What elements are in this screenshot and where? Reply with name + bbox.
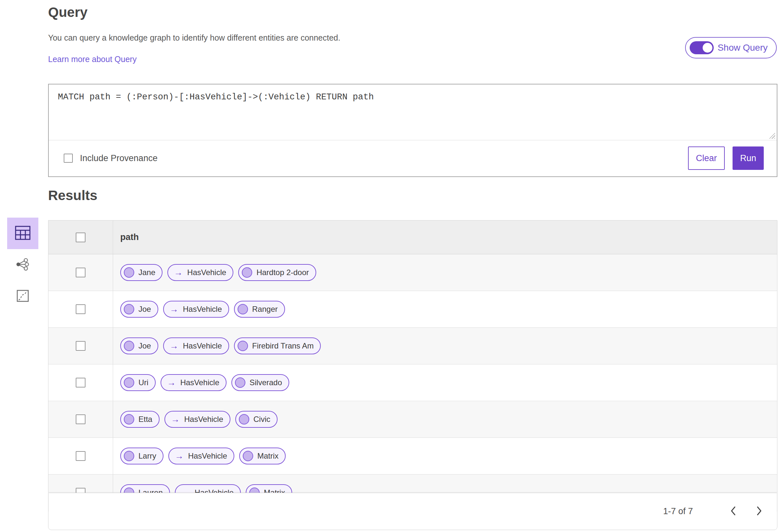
source-entity-pill[interactable]: Jane: [120, 264, 162, 281]
target-entity-pill[interactable]: Matrix: [239, 447, 286, 465]
relationship-label: HasVehicle: [188, 451, 227, 461]
arrow-right-icon: →: [167, 378, 176, 387]
entity-node-icon: [238, 341, 248, 351]
show-query-toggle[interactable]: Show Query: [685, 37, 777, 58]
page-title: Query: [48, 5, 87, 20]
target-entity-pill[interactable]: Civic: [235, 411, 278, 428]
path-cell: Jane→HasVehicleHardtop 2-door: [113, 254, 777, 291]
relationship-pill[interactable]: →HasVehicle: [167, 264, 233, 281]
source-entity-pill[interactable]: Larry: [120, 447, 163, 465]
entity-node-icon: [124, 267, 134, 278]
arrow-right-icon: →: [171, 415, 180, 424]
entity-node-icon: [124, 377, 134, 388]
arrow-right-icon: →: [169, 305, 179, 314]
entity-node-icon: [124, 414, 134, 425]
relationship-pill[interactable]: →HasVehicle: [160, 374, 227, 391]
target-entity-label: Firebird Trans Am: [252, 341, 313, 351]
select-all-cell: [48, 220, 113, 254]
row-select-cell: [48, 254, 113, 291]
run-button[interactable]: Run: [733, 147, 764, 170]
table-row: Etta→HasVehicleCivic: [48, 401, 777, 438]
row-checkbox[interactable]: [76, 378, 86, 387]
source-entity-pill[interactable]: Etta: [120, 411, 159, 428]
learn-more-link[interactable]: Learn more about Query: [48, 55, 137, 64]
map-view-icon: [16, 290, 29, 303]
entity-node-icon: [124, 341, 134, 351]
results-title: Results: [48, 188, 97, 203]
next-page-button[interactable]: [752, 504, 766, 518]
include-provenance-group[interactable]: Include Provenance: [64, 153, 158, 163]
target-entity-pill[interactable]: Hardtop 2-door: [238, 264, 316, 281]
row-select-cell: [48, 401, 113, 437]
source-entity-label: Jane: [139, 268, 155, 277]
entity-node-icon: [239, 414, 249, 425]
pagination-range-label: 1-7 of 7: [663, 507, 693, 517]
row-checkbox[interactable]: [76, 451, 86, 461]
entity-node-icon: [124, 304, 134, 314]
target-entity-label: Ranger: [252, 305, 278, 314]
source-entity-label: Joe: [139, 341, 151, 351]
query-actions: Clear Run: [688, 147, 764, 170]
results-view-rail: [7, 218, 38, 312]
map-view-button[interactable]: [7, 281, 38, 312]
query-input[interactable]: MATCH path = (:Person)-[:HasVehicle]->(:…: [49, 85, 777, 140]
target-entity-label: Civic: [253, 415, 271, 424]
path-cell: Joe→HasVehicleFirebird Trans Am: [113, 328, 777, 364]
source-entity-pill[interactable]: Joe: [120, 337, 158, 354]
row-select-cell: [48, 438, 113, 474]
row-checkbox[interactable]: [76, 341, 86, 351]
query-panel: MATCH path = (:Person)-[:HasVehicle]->(:…: [48, 84, 777, 177]
target-entity-label: Hardtop 2-door: [256, 268, 309, 277]
table-row: Joe→HasVehicleRanger: [48, 291, 777, 328]
table-row: Uri→HasVehicleSilverado: [48, 364, 777, 401]
row-select-cell: [48, 364, 113, 401]
pagination-bar: 1-7 of 7: [49, 493, 777, 529]
path-column-header: path: [113, 220, 777, 254]
table-header-row: path: [48, 220, 777, 254]
source-entity-pill[interactable]: Uri: [120, 374, 156, 391]
relationship-label: HasVehicle: [183, 341, 222, 351]
relationship-pill[interactable]: →HasVehicle: [164, 411, 231, 428]
relationship-label: HasVehicle: [183, 305, 222, 314]
entity-node-icon: [243, 451, 253, 461]
relationship-label: HasVehicle: [184, 415, 223, 424]
row-checkbox[interactable]: [76, 414, 86, 424]
row-select-cell: [48, 328, 113, 364]
toggle-switch-icon[interactable]: [690, 41, 714, 54]
path-cell: Etta→HasVehicleCivic: [113, 401, 777, 437]
relationship-pill[interactable]: →HasVehicle: [163, 301, 229, 318]
clear-button[interactable]: Clear: [688, 147, 725, 170]
table-row: Joe→HasVehicleFirebird Trans Am: [48, 328, 777, 364]
target-entity-pill[interactable]: Firebird Trans Am: [234, 337, 321, 354]
select-all-checkbox[interactable]: [76, 232, 86, 242]
source-entity-label: Etta: [139, 415, 152, 424]
source-entity-label: Larry: [139, 451, 156, 461]
link-chart-view-button[interactable]: [7, 249, 38, 281]
source-entity-pill[interactable]: Joe: [120, 301, 158, 318]
page-description: You can query a knowledge graph to ident…: [48, 33, 340, 43]
toggle-knob: [703, 43, 713, 53]
chevron-right-icon: [756, 506, 762, 517]
row-checkbox[interactable]: [76, 304, 86, 314]
relationship-pill[interactable]: →HasVehicle: [168, 447, 234, 465]
chevron-left-icon: [730, 506, 736, 517]
path-cell: Joe→HasVehicleRanger: [113, 291, 777, 327]
entity-node-icon: [238, 304, 248, 314]
include-provenance-checkbox[interactable]: [64, 154, 73, 163]
relationship-pill[interactable]: →HasVehicle: [163, 337, 229, 354]
results-table-body: Jane→HasVehicleHardtop 2-doorJoe→HasVehi…: [48, 254, 777, 511]
show-query-label: Show Query: [718, 43, 768, 53]
row-checkbox[interactable]: [76, 268, 86, 277]
relationship-label: HasVehicle: [187, 268, 226, 277]
include-provenance-label: Include Provenance: [80, 153, 158, 163]
source-entity-label: Uri: [139, 378, 149, 387]
relationship-label: HasVehicle: [180, 378, 220, 387]
previous-page-button[interactable]: [726, 504, 740, 518]
path-cell: Larry→HasVehicleMatrix: [113, 438, 777, 474]
arrow-right-icon: →: [174, 268, 183, 277]
target-entity-pill[interactable]: Ranger: [234, 301, 285, 318]
arrow-right-icon: →: [169, 342, 179, 351]
table-view-button[interactable]: [7, 218, 38, 249]
target-entity-pill[interactable]: Silverado: [231, 374, 289, 391]
source-entity-label: Joe: [139, 305, 151, 314]
